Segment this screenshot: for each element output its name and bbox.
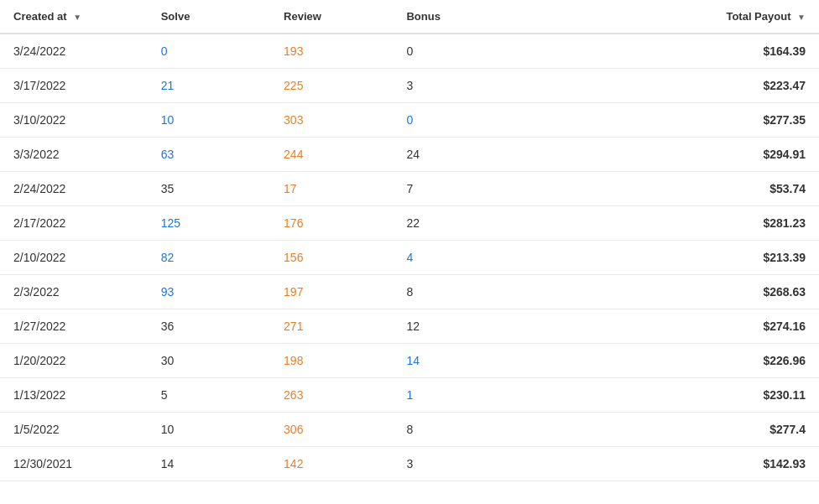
col-label-solve: Solve <box>161 10 190 23</box>
cell-created-at: 1/5/2022 <box>0 413 148 447</box>
cell-total-payout: $226.96 <box>516 344 819 378</box>
cell-total-payout: $281.23 <box>516 206 819 241</box>
cell-review: 244 <box>270 138 393 172</box>
cell-total-payout: $274.16 <box>516 309 819 344</box>
cell-solve: 63 <box>148 138 270 172</box>
cell-solve: 125 <box>148 206 270 241</box>
table-row: 3/24/202201930$164.39 <box>0 34 819 69</box>
cell-solve: 0 <box>148 34 270 69</box>
cell-bonus: 3 <box>393 447 515 481</box>
table-body: 3/24/202201930$164.393/17/2022212253$223… <box>0 34 819 481</box>
cell-review: 303 <box>270 103 393 138</box>
cell-bonus: 24 <box>393 138 515 172</box>
cell-solve: 21 <box>148 69 270 103</box>
cell-bonus: 8 <box>393 275 515 309</box>
cell-total-payout: $164.39 <box>516 34 819 69</box>
cell-review: 156 <box>270 241 393 275</box>
table-row: 12/30/2021141423$142.93 <box>0 447 819 481</box>
cell-total-payout: $277.35 <box>516 103 819 138</box>
sort-icon-created-at: ▼ <box>73 13 81 22</box>
col-header-bonus: Bonus <box>393 0 515 34</box>
col-header-solve: Solve <box>148 0 270 34</box>
cell-solve: 5 <box>148 378 270 413</box>
cell-created-at: 3/24/2022 <box>0 34 148 69</box>
table-row: 1/5/2022103068$277.4 <box>0 413 819 447</box>
cell-created-at: 3/10/2022 <box>0 103 148 138</box>
col-header-total-payout[interactable]: Total Payout ▼ <box>516 0 819 34</box>
col-label-bonus: Bonus <box>406 10 440 23</box>
cell-total-payout: $277.4 <box>516 413 819 447</box>
table-row: 2/17/202212517622$281.23 <box>0 206 819 241</box>
cell-bonus: 22 <box>393 206 515 241</box>
cell-bonus: 1 <box>393 378 515 413</box>
cell-total-payout: $268.63 <box>516 275 819 309</box>
cell-bonus: 3 <box>393 69 515 103</box>
cell-solve: 82 <box>148 241 270 275</box>
cell-created-at: 2/24/2022 <box>0 172 148 206</box>
cell-created-at: 12/30/2021 <box>0 447 148 481</box>
col-label-created-at: Created at <box>13 10 67 23</box>
cell-created-at: 2/3/2022 <box>0 275 148 309</box>
cell-created-at: 1/13/2022 <box>0 378 148 413</box>
cell-solve: 10 <box>148 103 270 138</box>
table-row: 3/10/2022103030$277.35 <box>0 103 819 138</box>
cell-review: 263 <box>270 378 393 413</box>
cell-review: 198 <box>270 344 393 378</box>
cell-solve: 36 <box>148 309 270 344</box>
cell-created-at: 3/3/2022 <box>0 138 148 172</box>
cell-total-payout: $230.11 <box>516 378 819 413</box>
cell-review: 193 <box>270 34 393 69</box>
cell-review: 271 <box>270 309 393 344</box>
cell-created-at: 1/27/2022 <box>0 309 148 344</box>
cell-bonus: 0 <box>393 103 515 138</box>
col-label-total-payout: Total Payout <box>726 10 790 23</box>
cell-bonus: 0 <box>393 34 515 69</box>
cell-bonus: 8 <box>393 413 515 447</box>
header-row: Created at ▼ Solve Review Bonus Total Pa… <box>0 0 819 34</box>
table-row: 1/20/20223019814$226.96 <box>0 344 819 378</box>
data-table: Created at ▼ Solve Review Bonus Total Pa… <box>0 0 819 481</box>
table-header: Created at ▼ Solve Review Bonus Total Pa… <box>0 0 819 34</box>
cell-total-payout: $223.47 <box>516 69 819 103</box>
cell-bonus: 14 <box>393 344 515 378</box>
cell-review: 142 <box>270 447 393 481</box>
cell-total-payout: $142.93 <box>516 447 819 481</box>
cell-review: 225 <box>270 69 393 103</box>
cell-created-at: 2/17/2022 <box>0 206 148 241</box>
cell-review: 17 <box>270 172 393 206</box>
table-row: 1/27/20223627112$274.16 <box>0 309 819 344</box>
cell-created-at: 3/17/2022 <box>0 69 148 103</box>
cell-total-payout: $294.91 <box>516 138 819 172</box>
cell-bonus: 12 <box>393 309 515 344</box>
cell-solve: 30 <box>148 344 270 378</box>
cell-solve: 14 <box>148 447 270 481</box>
cell-review: 176 <box>270 206 393 241</box>
col-header-created-at[interactable]: Created at ▼ <box>0 0 148 34</box>
table-row: 2/3/2022931978$268.63 <box>0 275 819 309</box>
cell-solve: 10 <box>148 413 270 447</box>
cell-created-at: 2/10/2022 <box>0 241 148 275</box>
table-row: 3/17/2022212253$223.47 <box>0 69 819 103</box>
cell-total-payout: $53.74 <box>516 172 819 206</box>
col-header-review: Review <box>270 0 393 34</box>
cell-created-at: 1/20/2022 <box>0 344 148 378</box>
cell-review: 306 <box>270 413 393 447</box>
cell-solve: 93 <box>148 275 270 309</box>
sort-icon-total-payout: ▼ <box>797 13 806 22</box>
table-row: 2/10/2022821564$213.39 <box>0 241 819 275</box>
cell-solve: 35 <box>148 172 270 206</box>
table-row: 2/24/202235177$53.74 <box>0 172 819 206</box>
cell-bonus: 4 <box>393 241 515 275</box>
cell-total-payout: $213.39 <box>516 241 819 275</box>
table-row: 3/3/20226324424$294.91 <box>0 138 819 172</box>
table-row: 1/13/202252631$230.11 <box>0 378 819 413</box>
cell-bonus: 7 <box>393 172 515 206</box>
cell-review: 197 <box>270 275 393 309</box>
col-label-review: Review <box>284 10 321 23</box>
